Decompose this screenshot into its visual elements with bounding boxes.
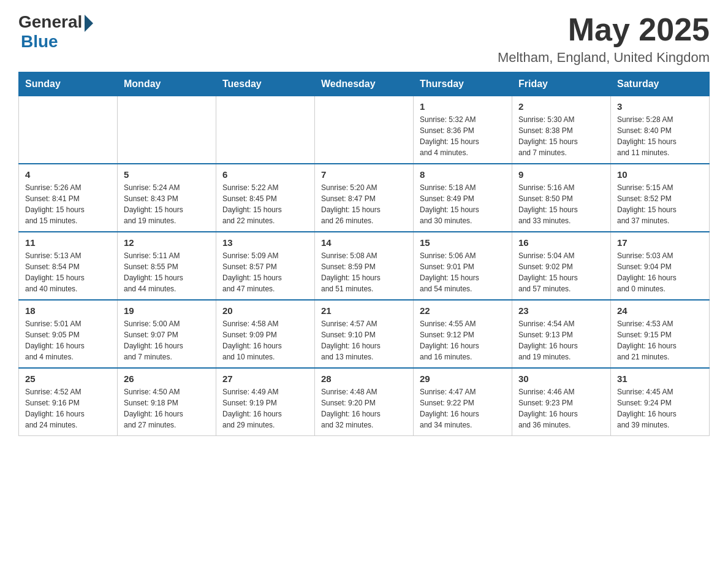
calendar-day-cell — [315, 96, 414, 164]
day-number: 28 — [321, 373, 407, 384]
calendar-header-tuesday: Tuesday — [216, 72, 315, 96]
calendar-day-cell: 12Sunrise: 5:11 AM Sunset: 8:55 PM Dayli… — [118, 232, 216, 300]
calendar-day-cell — [216, 96, 315, 164]
day-info: Sunrise: 5:15 AM Sunset: 8:52 PM Dayligh… — [617, 182, 703, 226]
logo-general-text: General — [18, 12, 82, 32]
calendar-day-cell: 6Sunrise: 5:22 AM Sunset: 8:45 PM Daylig… — [216, 164, 315, 232]
calendar-day-cell — [118, 96, 216, 164]
calendar-header-saturday: Saturday — [611, 72, 710, 96]
day-info: Sunrise: 4:53 AM Sunset: 9:15 PM Dayligh… — [617, 318, 703, 362]
day-number: 6 — [222, 169, 308, 180]
day-info: Sunrise: 4:52 AM Sunset: 9:16 PM Dayligh… — [25, 386, 111, 431]
calendar-week-row: 11Sunrise: 5:13 AM Sunset: 8:54 PM Dayli… — [19, 232, 710, 300]
day-info: Sunrise: 5:26 AM Sunset: 8:41 PM Dayligh… — [25, 182, 111, 226]
day-number: 5 — [124, 169, 210, 180]
calendar-week-row: 1Sunrise: 5:32 AM Sunset: 8:36 PM Daylig… — [19, 96, 710, 164]
day-info: Sunrise: 5:16 AM Sunset: 8:50 PM Dayligh… — [518, 182, 604, 226]
calendar-day-cell: 14Sunrise: 5:08 AM Sunset: 8:59 PM Dayli… — [315, 232, 414, 300]
logo: General Blue — [18, 12, 93, 52]
calendar-day-cell: 28Sunrise: 4:48 AM Sunset: 9:20 PM Dayli… — [315, 368, 414, 436]
calendar-table: SundayMondayTuesdayWednesdayThursdayFrid… — [18, 72, 710, 436]
day-info: Sunrise: 4:58 AM Sunset: 9:09 PM Dayligh… — [222, 318, 308, 362]
day-info: Sunrise: 5:04 AM Sunset: 9:02 PM Dayligh… — [518, 250, 604, 294]
day-info: Sunrise: 4:54 AM Sunset: 9:13 PM Dayligh… — [518, 318, 604, 362]
day-info: Sunrise: 4:57 AM Sunset: 9:10 PM Dayligh… — [321, 318, 407, 362]
calendar-day-cell: 17Sunrise: 5:03 AM Sunset: 9:04 PM Dayli… — [611, 232, 710, 300]
calendar-header-row: SundayMondayTuesdayWednesdayThursdayFrid… — [19, 72, 710, 96]
day-number: 25 — [25, 373, 111, 384]
day-info: Sunrise: 5:00 AM Sunset: 9:07 PM Dayligh… — [124, 318, 210, 362]
calendar-day-cell: 29Sunrise: 4:47 AM Sunset: 9:22 PM Dayli… — [414, 368, 512, 436]
calendar-day-cell: 7Sunrise: 5:20 AM Sunset: 8:47 PM Daylig… — [315, 164, 414, 232]
day-number: 12 — [124, 237, 210, 248]
day-number: 9 — [518, 169, 604, 180]
day-number: 2 — [518, 101, 604, 112]
day-info: Sunrise: 5:22 AM Sunset: 8:45 PM Dayligh… — [222, 182, 308, 226]
logo-arrow-icon — [85, 15, 93, 32]
day-info: Sunrise: 5:18 AM Sunset: 8:49 PM Dayligh… — [420, 182, 506, 226]
day-number: 21 — [321, 305, 407, 316]
calendar-day-cell: 4Sunrise: 5:26 AM Sunset: 8:41 PM Daylig… — [19, 164, 118, 232]
day-number: 24 — [617, 305, 703, 316]
calendar-day-cell: 10Sunrise: 5:15 AM Sunset: 8:52 PM Dayli… — [611, 164, 710, 232]
day-info: Sunrise: 5:08 AM Sunset: 8:59 PM Dayligh… — [321, 250, 407, 294]
day-info: Sunrise: 5:11 AM Sunset: 8:55 PM Dayligh… — [124, 250, 210, 294]
day-info: Sunrise: 4:50 AM Sunset: 9:18 PM Dayligh… — [124, 386, 210, 431]
calendar-header-monday: Monday — [118, 72, 216, 96]
title-area: May 2025 Meltham, England, United Kingdo… — [498, 12, 710, 66]
day-number: 30 — [518, 373, 604, 384]
calendar-day-cell: 15Sunrise: 5:06 AM Sunset: 9:01 PM Dayli… — [414, 232, 512, 300]
calendar-day-cell: 25Sunrise: 4:52 AM Sunset: 9:16 PM Dayli… — [19, 368, 118, 436]
day-info: Sunrise: 5:06 AM Sunset: 9:01 PM Dayligh… — [420, 250, 506, 294]
day-number: 1 — [420, 101, 506, 112]
day-info: Sunrise: 5:28 AM Sunset: 8:40 PM Dayligh… — [617, 114, 703, 158]
day-info: Sunrise: 5:01 AM Sunset: 9:05 PM Dayligh… — [25, 318, 111, 362]
day-info: Sunrise: 4:47 AM Sunset: 9:22 PM Dayligh… — [420, 386, 506, 431]
calendar-day-cell: 9Sunrise: 5:16 AM Sunset: 8:50 PM Daylig… — [512, 164, 611, 232]
calendar-day-cell: 1Sunrise: 5:32 AM Sunset: 8:36 PM Daylig… — [414, 96, 512, 164]
calendar-day-cell: 27Sunrise: 4:49 AM Sunset: 9:19 PM Dayli… — [216, 368, 315, 436]
calendar-day-cell: 31Sunrise: 4:45 AM Sunset: 9:24 PM Dayli… — [611, 368, 710, 436]
day-number: 13 — [222, 237, 308, 248]
day-info: Sunrise: 5:20 AM Sunset: 8:47 PM Dayligh… — [321, 182, 407, 226]
day-info: Sunrise: 4:49 AM Sunset: 9:19 PM Dayligh… — [222, 386, 308, 431]
calendar-week-row: 25Sunrise: 4:52 AM Sunset: 9:16 PM Dayli… — [19, 368, 710, 436]
day-number: 18 — [25, 305, 111, 316]
calendar-day-cell: 21Sunrise: 4:57 AM Sunset: 9:10 PM Dayli… — [315, 300, 414, 368]
page-header: General Blue May 2025 Meltham, England, … — [18, 12, 710, 66]
day-info: Sunrise: 5:03 AM Sunset: 9:04 PM Dayligh… — [617, 250, 703, 294]
day-info: Sunrise: 5:24 AM Sunset: 8:43 PM Dayligh… — [124, 182, 210, 226]
month-title: May 2025 — [498, 12, 710, 47]
calendar-day-cell: 2Sunrise: 5:30 AM Sunset: 8:38 PM Daylig… — [512, 96, 611, 164]
day-number: 7 — [321, 169, 407, 180]
day-number: 31 — [617, 373, 703, 384]
day-number: 22 — [420, 305, 506, 316]
day-info: Sunrise: 5:32 AM Sunset: 8:36 PM Dayligh… — [420, 114, 506, 158]
calendar-day-cell: 18Sunrise: 5:01 AM Sunset: 9:05 PM Dayli… — [19, 300, 118, 368]
day-info: Sunrise: 5:30 AM Sunset: 8:38 PM Dayligh… — [518, 114, 604, 158]
day-number: 4 — [25, 169, 111, 180]
day-number: 14 — [321, 237, 407, 248]
day-info: Sunrise: 4:45 AM Sunset: 9:24 PM Dayligh… — [617, 386, 703, 431]
day-number: 15 — [420, 237, 506, 248]
calendar-day-cell: 3Sunrise: 5:28 AM Sunset: 8:40 PM Daylig… — [611, 96, 710, 164]
calendar-day-cell — [19, 96, 118, 164]
day-info: Sunrise: 4:55 AM Sunset: 9:12 PM Dayligh… — [420, 318, 506, 362]
day-number: 11 — [25, 237, 111, 248]
calendar-header-thursday: Thursday — [414, 72, 512, 96]
calendar-day-cell: 8Sunrise: 5:18 AM Sunset: 8:49 PM Daylig… — [414, 164, 512, 232]
day-number: 17 — [617, 237, 703, 248]
calendar-day-cell: 26Sunrise: 4:50 AM Sunset: 9:18 PM Dayli… — [118, 368, 216, 436]
day-number: 27 — [222, 373, 308, 384]
day-info: Sunrise: 5:13 AM Sunset: 8:54 PM Dayligh… — [25, 250, 111, 294]
location-title: Meltham, England, United Kingdom — [498, 50, 710, 66]
calendar-week-row: 18Sunrise: 5:01 AM Sunset: 9:05 PM Dayli… — [19, 300, 710, 368]
calendar-day-cell: 20Sunrise: 4:58 AM Sunset: 9:09 PM Dayli… — [216, 300, 315, 368]
day-info: Sunrise: 5:09 AM Sunset: 8:57 PM Dayligh… — [222, 250, 308, 294]
calendar-day-cell: 16Sunrise: 5:04 AM Sunset: 9:02 PM Dayli… — [512, 232, 611, 300]
day-number: 3 — [617, 101, 703, 112]
calendar-day-cell: 13Sunrise: 5:09 AM Sunset: 8:57 PM Dayli… — [216, 232, 315, 300]
calendar-day-cell: 22Sunrise: 4:55 AM Sunset: 9:12 PM Dayli… — [414, 300, 512, 368]
calendar-header-sunday: Sunday — [19, 72, 118, 96]
calendar-day-cell: 5Sunrise: 5:24 AM Sunset: 8:43 PM Daylig… — [118, 164, 216, 232]
